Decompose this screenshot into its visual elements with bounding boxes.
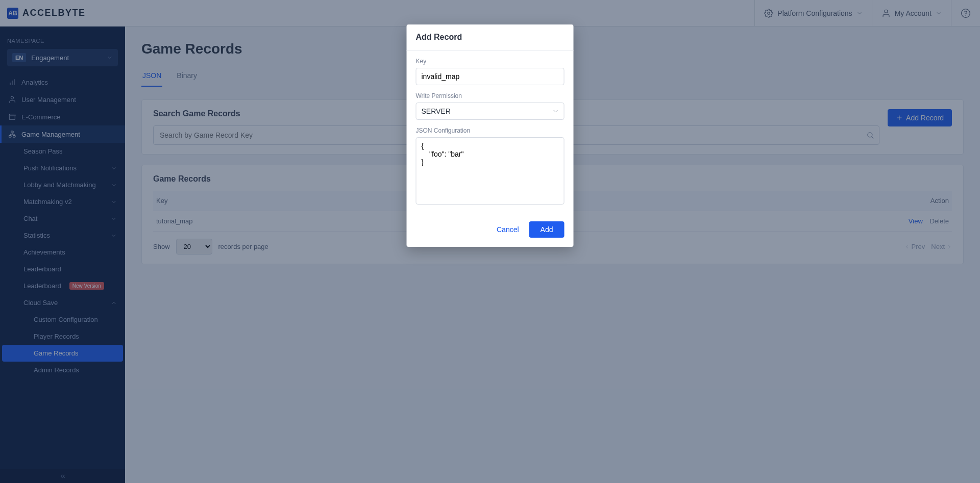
json-config-label: JSON Configuration: [416, 127, 565, 134]
modal-title: Add Record: [407, 24, 574, 50]
json-config-textarea[interactable]: [416, 137, 565, 205]
write-permission-label: Write Permission: [416, 92, 565, 99]
add-record-modal: Add Record Key Write Permission SERVER J…: [407, 24, 574, 247]
add-button[interactable]: Add: [529, 221, 565, 238]
key-label: Key: [416, 58, 565, 65]
key-input[interactable]: [416, 68, 565, 85]
write-permission-select[interactable]: SERVER: [416, 103, 565, 120]
cancel-button[interactable]: Cancel: [495, 221, 521, 238]
